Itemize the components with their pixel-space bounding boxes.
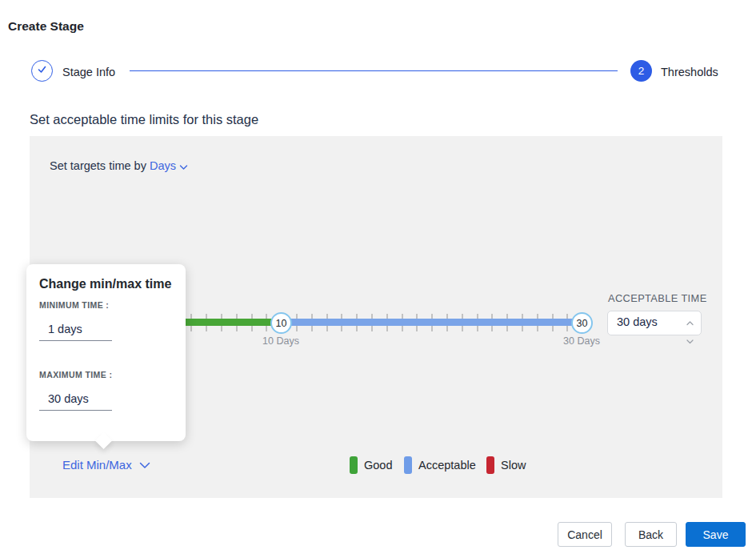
edit-minmax-link[interactable]: Edit Min/Max xyxy=(62,458,150,472)
legend-item-good: Good xyxy=(350,456,392,474)
back-button[interactable]: Back xyxy=(625,522,677,547)
slider-max-handle-value: 30 xyxy=(577,318,588,329)
slider-max-label: 30 Days xyxy=(550,335,614,347)
check-icon xyxy=(36,63,48,78)
save-button[interactable]: Save xyxy=(686,522,746,547)
popup-title: Change min/max time xyxy=(39,277,171,291)
acceptable-time-label: ACCEPTABLE TIME xyxy=(608,292,707,304)
target-time-unit-dropdown[interactable]: Days xyxy=(150,159,188,172)
minimum-time-label: MINIMUM TIME : xyxy=(39,300,109,310)
change-minmax-popup: Change min/max time MINIMUM TIME : MAXIM… xyxy=(26,264,186,441)
chevron-down-icon[interactable] xyxy=(686,333,694,347)
chevron-down-icon xyxy=(179,160,188,173)
slider-min-label: 10 Days xyxy=(249,335,313,347)
slider-min-handle[interactable]: 10 xyxy=(270,312,292,334)
acceptable-time-box xyxy=(607,311,702,335)
step-2-number: 2 xyxy=(638,65,645,77)
target-time-prefix: Set targets time by xyxy=(50,159,146,172)
step-1-label: Stage Info xyxy=(62,66,115,78)
chevron-down-icon xyxy=(139,458,150,472)
edit-minmax-label: Edit Min/Max xyxy=(62,458,132,472)
step-2-indicator[interactable]: 2 xyxy=(630,60,652,82)
step-2-label: Thresholds xyxy=(661,66,718,78)
target-time-row: Set targets time by Days xyxy=(50,159,188,173)
legend-label-good: Good xyxy=(364,459,392,472)
acceptable-time-stepper[interactable] xyxy=(686,315,694,347)
slider-track-acceptable[interactable] xyxy=(281,319,582,326)
slider-max-handle[interactable]: 30 xyxy=(571,312,593,334)
legend-swatch-good xyxy=(350,456,358,474)
maximum-time-label: MAXIMUM TIME : xyxy=(39,370,112,379)
legend-item-acceptable: Acceptable xyxy=(404,456,476,474)
target-time-unit-value: Days xyxy=(150,159,176,172)
legend-label-slow: Slow xyxy=(501,459,526,472)
legend-swatch-slow xyxy=(486,456,494,474)
cancel-button[interactable]: Cancel xyxy=(558,522,612,547)
legend-label-acceptable: Acceptable xyxy=(418,459,476,472)
section-heading: Set acceptable time limits for this stag… xyxy=(30,112,258,127)
slider-min-handle-value: 10 xyxy=(276,318,287,329)
stepper-connector-line xyxy=(130,70,618,71)
legend-item-slow: Slow xyxy=(486,456,526,474)
minimum-time-field[interactable] xyxy=(39,317,112,341)
legend-swatch-acceptable xyxy=(404,456,412,474)
step-1-indicator[interactable] xyxy=(31,60,53,82)
maximum-time-field[interactable] xyxy=(39,387,112,411)
create-stage-dialog: Create Stage Stage Info 2 Thresholds Set… xyxy=(0,0,756,558)
acceptable-time-input[interactable] xyxy=(617,315,684,328)
chevron-up-icon[interactable] xyxy=(686,315,694,329)
page-title: Create Stage xyxy=(8,19,84,34)
